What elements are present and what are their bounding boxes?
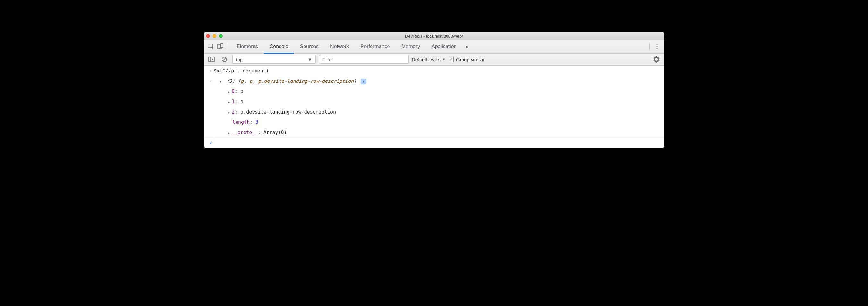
tab-elements[interactable]: Elements <box>231 40 264 53</box>
console-prompt-row[interactable]: › <box>204 138 664 147</box>
svg-rect-7 <box>209 57 214 62</box>
checkmark-icon: ✓ <box>449 57 454 62</box>
array-item-row[interactable]: ▶2: p.devsite-landing-row-description <box>204 107 664 117</box>
input-chevron-icon: › <box>207 67 214 75</box>
filter-input[interactable]: Filter <box>319 55 409 63</box>
console-output: › $x("//p", document) ‹ ▼ (3) [p, p, p.d… <box>204 66 664 147</box>
info-icon[interactable]: i <box>361 79 366 84</box>
window-title: DevTools - localhost:8080/web/ <box>204 34 664 38</box>
tab-sources[interactable]: Sources <box>294 40 324 53</box>
array-item-row[interactable]: ▶0: p <box>204 86 664 96</box>
divider <box>228 43 228 50</box>
output-chevron-icon: ‹ <box>207 77 214 85</box>
expand-right-icon[interactable]: ▶ <box>228 90 232 94</box>
expand-right-icon[interactable]: ▶ <box>228 110 232 115</box>
panel-tabbar: Elements Console Sources Network Perform… <box>204 40 664 54</box>
execution-context-selector[interactable]: top ▼ <box>232 55 316 63</box>
prompt-chevron-icon: › <box>207 140 214 146</box>
array-preview: [p, p, p.devsite-landing-row-description… <box>238 78 356 84</box>
caret-down-icon: ▼ <box>442 57 445 61</box>
group-similar-label: Group similar <box>456 57 485 62</box>
expand-down-icon[interactable]: ▼ <box>220 79 223 84</box>
svg-point-5 <box>656 46 657 47</box>
svg-point-4 <box>656 44 657 45</box>
device-toolbar-icon[interactable] <box>216 42 225 51</box>
array-item-row[interactable]: ▶1: p <box>204 96 664 107</box>
divider <box>649 43 650 50</box>
console-prompt-input[interactable] <box>214 140 661 146</box>
console-input-row: › $x("//p", document) <box>204 66 664 76</box>
devtools-window: DevTools - localhost:8080/web/ Elements … <box>204 32 664 147</box>
tab-network[interactable]: Network <box>324 40 355 53</box>
minimize-window-button[interactable] <box>213 34 216 38</box>
kebab-menu-icon[interactable] <box>652 42 662 51</box>
expand-right-icon[interactable]: ▶ <box>228 100 232 105</box>
traffic-lights <box>206 34 223 38</box>
zoom-window-button[interactable] <box>219 34 223 38</box>
group-similar-checkbox[interactable]: ✓ Group similar <box>449 57 485 62</box>
sidebar-toggle-icon[interactable] <box>207 55 216 64</box>
svg-rect-2 <box>220 44 223 48</box>
array-proto-row[interactable]: ▶__proto__: Array(0) <box>204 127 664 138</box>
clear-console-icon[interactable] <box>220 55 229 64</box>
svg-point-6 <box>656 48 657 49</box>
array-length-row: length: 3 <box>204 117 664 127</box>
svg-line-10 <box>223 58 226 61</box>
console-result-row[interactable]: ‹ ▼ (3) [p, p, p.devsite-landing-row-des… <box>204 76 664 86</box>
console-settings-icon[interactable] <box>652 55 661 64</box>
inspect-element-icon[interactable] <box>206 42 216 51</box>
tab-console[interactable]: Console <box>264 40 294 53</box>
log-level-selector[interactable]: Default levels ▼ <box>412 57 445 62</box>
tab-performance[interactable]: Performance <box>355 40 396 53</box>
titlebar[interactable]: DevTools - localhost:8080/web/ <box>204 32 664 40</box>
context-value: top <box>236 57 243 62</box>
close-window-button[interactable] <box>206 34 210 38</box>
levels-label: Default levels <box>412 57 441 62</box>
array-count: (3) <box>226 78 235 84</box>
tab-memory[interactable]: Memory <box>396 40 426 53</box>
expand-right-icon[interactable]: ▶ <box>228 131 232 135</box>
console-toolbar: top ▼ Filter Default levels ▼ ✓ Group si… <box>204 54 664 66</box>
console-input-text[interactable]: $x("//p", document) <box>214 67 661 75</box>
caret-down-icon: ▼ <box>307 57 312 62</box>
filter-placeholder: Filter <box>322 57 333 62</box>
more-tabs-button[interactable]: » <box>462 40 472 53</box>
tab-application[interactable]: Application <box>426 40 462 53</box>
